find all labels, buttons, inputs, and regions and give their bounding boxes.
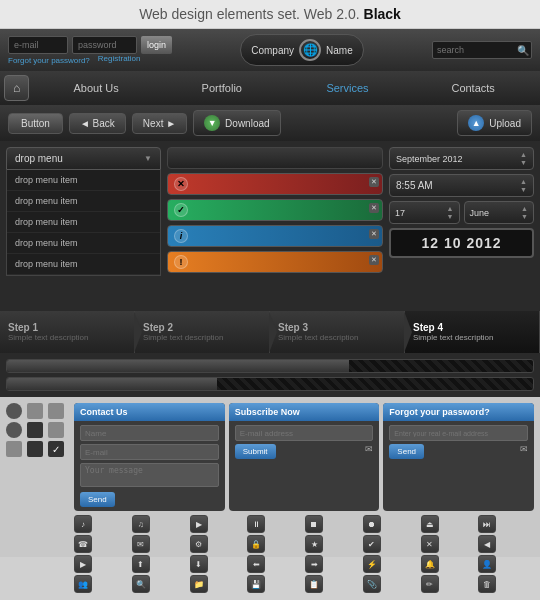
- icon-cell-4[interactable]: [48, 422, 64, 438]
- subscribe-email[interactable]: [235, 425, 374, 441]
- step-2[interactable]: Step 2 Simple text description: [135, 311, 270, 353]
- big-icon-6[interactable]: ⏏: [421, 515, 439, 533]
- password-field[interactable]: [72, 36, 137, 54]
- big-icon-27[interactable]: 💾: [247, 575, 265, 593]
- day-spinner[interactable]: ▲ ▼: [447, 205, 454, 220]
- dropdown-item-0[interactable]: drop menu item: [7, 170, 160, 191]
- close-icon-blue[interactable]: ✕: [369, 229, 379, 239]
- day-down[interactable]: ▼: [447, 213, 454, 220]
- close-icon[interactable]: ✕: [369, 177, 379, 187]
- big-icon-31[interactable]: 🗑: [478, 575, 496, 593]
- email-field[interactable]: [8, 36, 68, 54]
- step-3[interactable]: Step 3 Simple text description: [270, 311, 405, 353]
- download-button[interactable]: ▼ Download: [193, 110, 280, 136]
- back-button[interactable]: ◄ Back: [69, 113, 126, 134]
- big-icon-17[interactable]: ⬆: [132, 555, 150, 573]
- month-picker[interactable]: September 2012 ▲ ▼: [389, 147, 534, 170]
- color-btn-green[interactable]: ✓ ✕: [167, 199, 383, 221]
- big-icon-26[interactable]: 📁: [190, 575, 208, 593]
- dropdown-item-1[interactable]: drop menu item: [7, 191, 160, 212]
- icon-circle-2[interactable]: [6, 422, 22, 438]
- nav-item-about[interactable]: About Us: [33, 74, 159, 102]
- big-icon-2[interactable]: ▶: [190, 515, 208, 533]
- search-bar[interactable]: 🔍: [432, 41, 532, 59]
- big-icon-14[interactable]: ✕: [421, 535, 439, 553]
- big-icon-0[interactable]: ♪: [74, 515, 92, 533]
- forgot-email[interactable]: [389, 425, 528, 441]
- forgot-link[interactable]: Forgot your password?: [8, 56, 90, 65]
- big-icon-4[interactable]: ⏹: [305, 515, 323, 533]
- nav-item-contacts[interactable]: Contacts: [410, 74, 536, 102]
- big-icon-23[interactable]: 👤: [478, 555, 496, 573]
- time-spinner[interactable]: ▲ ▼: [520, 178, 527, 193]
- color-btn-blue[interactable]: i ✕: [167, 225, 383, 247]
- color-btn-orange[interactable]: ! ✕: [167, 251, 383, 273]
- big-icon-29[interactable]: 📎: [363, 575, 381, 593]
- big-icon-19[interactable]: ⬅: [247, 555, 265, 573]
- big-icon-16[interactable]: ▶: [74, 555, 92, 573]
- icon-cell-3[interactable]: [27, 422, 43, 438]
- icon-cell-2[interactable]: [48, 403, 64, 419]
- month2-up[interactable]: ▲: [521, 205, 528, 212]
- close-icon-green[interactable]: ✕: [369, 203, 379, 213]
- dropdown-item-2[interactable]: drop menu item: [7, 212, 160, 233]
- big-icon-3[interactable]: ⏸: [247, 515, 265, 533]
- icon-circle-1[interactable]: [6, 403, 22, 419]
- big-icon-21[interactable]: ⚡: [363, 555, 381, 573]
- time-picker[interactable]: 8:55 AM ▲ ▼: [389, 174, 534, 197]
- upload-button[interactable]: ▲ Upload: [457, 110, 532, 136]
- big-icon-12[interactable]: ★: [305, 535, 323, 553]
- big-icon-8[interactable]: ☎: [74, 535, 92, 553]
- big-icon-18[interactable]: ⬇: [190, 555, 208, 573]
- nav-item-services[interactable]: Services: [285, 74, 411, 102]
- big-icon-20[interactable]: ➡: [305, 555, 323, 573]
- big-icon-7[interactable]: ⏭: [478, 515, 496, 533]
- icon-cell-6[interactable]: [27, 441, 43, 457]
- big-icon-28[interactable]: 📋: [305, 575, 323, 593]
- big-icon-24[interactable]: 👥: [74, 575, 92, 593]
- month2-spinner[interactable]: ▲ ▼: [521, 205, 528, 220]
- login-button[interactable]: login: [141, 36, 172, 54]
- day-picker[interactable]: 17 ▲ ▼: [389, 201, 460, 224]
- big-icon-1[interactable]: ♫: [132, 515, 150, 533]
- contact-name[interactable]: [80, 425, 219, 441]
- nav-item-portfolio[interactable]: Portfolio: [159, 74, 285, 102]
- icon-cell-5[interactable]: [6, 441, 22, 457]
- month-up[interactable]: ▲: [520, 151, 527, 158]
- close-icon-orange[interactable]: ✕: [369, 255, 379, 265]
- dropdown-item-4[interactable]: drop menu item: [7, 254, 160, 275]
- icon-cell-check[interactable]: ✓: [48, 441, 64, 457]
- big-icon-10[interactable]: ⚙: [190, 535, 208, 553]
- contact-message[interactable]: [80, 463, 219, 487]
- big-icon-5[interactable]: ⏺: [363, 515, 381, 533]
- big-icon-22[interactable]: 🔔: [421, 555, 439, 573]
- big-icon-15[interactable]: ◀: [478, 535, 496, 553]
- registration-link[interactable]: Registration: [98, 54, 141, 65]
- big-icon-11[interactable]: 🔒: [247, 535, 265, 553]
- subscribe-submit[interactable]: Submit: [235, 444, 276, 459]
- time-up[interactable]: ▲: [520, 178, 527, 185]
- button-btn[interactable]: Button: [8, 113, 63, 134]
- big-icon-30[interactable]: ✏: [421, 575, 439, 593]
- month2-picker[interactable]: June ▲ ▼: [464, 201, 535, 224]
- step-1[interactable]: Step 1 Simple text description: [0, 311, 135, 353]
- big-icon-13[interactable]: ✔: [363, 535, 381, 553]
- dropdown-item-3[interactable]: drop menu item: [7, 233, 160, 254]
- search-input[interactable]: [437, 45, 517, 55]
- time-down[interactable]: ▼: [520, 186, 527, 193]
- big-icon-25[interactable]: 🔍: [132, 575, 150, 593]
- month-down[interactable]: ▼: [520, 159, 527, 166]
- forgot-send[interactable]: Send: [389, 444, 424, 459]
- color-btn-red[interactable]: ✕ ✕: [167, 173, 383, 195]
- icon-cell-1[interactable]: [27, 403, 43, 419]
- month-spinner[interactable]: ▲ ▼: [520, 151, 527, 166]
- dropdown-header[interactable]: drop menu ▼: [6, 147, 161, 170]
- big-icon-9[interactable]: ✉: [132, 535, 150, 553]
- contact-send[interactable]: Send: [80, 492, 115, 507]
- contact-email[interactable]: [80, 444, 219, 460]
- home-button[interactable]: ⌂: [4, 75, 29, 101]
- next-button[interactable]: Next ►: [132, 113, 187, 134]
- step-4[interactable]: Step 4 Simple text description: [405, 311, 540, 353]
- month2-down[interactable]: ▼: [521, 213, 528, 220]
- day-up[interactable]: ▲: [447, 205, 454, 212]
